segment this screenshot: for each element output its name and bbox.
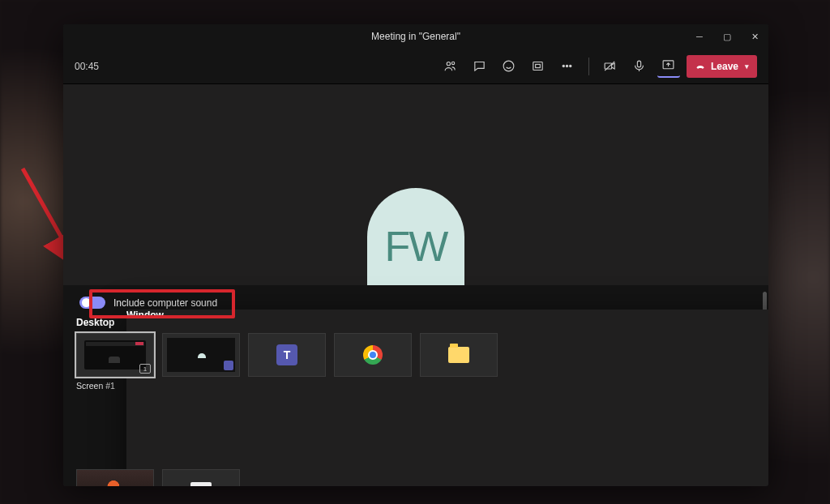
meeting-toolbar: 00:45 Leave ▾ xyxy=(63,49,768,84)
rooms-icon[interactable] xyxy=(527,55,550,78)
teams-window: Meeting in "General" ─ ▢ ✕ 00:45 xyxy=(63,24,768,486)
share-option-window-programs[interactable]: Programs and Features xyxy=(162,469,240,486)
participants-icon[interactable] xyxy=(439,55,462,78)
meeting-stage: FW xyxy=(63,84,768,285)
teams-icon: T xyxy=(276,344,297,365)
camera-icon[interactable] xyxy=(599,55,622,78)
svg-point-2 xyxy=(452,62,455,64)
svg-rect-11 xyxy=(638,61,641,67)
share-option-screen-2[interactable]: 2 Screen #2 xyxy=(76,469,154,486)
share-icon[interactable] xyxy=(657,55,680,78)
leave-button[interactable]: Leave ▾ xyxy=(687,55,757,78)
leave-label: Leave xyxy=(711,61,738,72)
hangup-icon xyxy=(695,61,706,72)
svg-rect-4 xyxy=(533,62,542,70)
titlebar: Meeting in "General" ─ ▢ ✕ xyxy=(63,24,768,49)
programs-icon xyxy=(190,482,212,486)
mic-icon[interactable] xyxy=(628,55,651,78)
svg-rect-5 xyxy=(536,64,541,67)
toolbar-divider xyxy=(588,58,589,75)
avatar-initials: FW xyxy=(385,222,447,271)
window-maximize-button[interactable]: ▢ xyxy=(713,24,741,49)
participant-avatar: FW xyxy=(367,188,464,285)
more-actions-icon[interactable] xyxy=(556,55,579,78)
reactions-icon[interactable] xyxy=(498,55,520,78)
chevron-down-icon: ▾ xyxy=(745,62,749,70)
svg-point-7 xyxy=(567,65,568,66)
chat-icon[interactable] xyxy=(468,55,491,78)
svg-point-6 xyxy=(563,65,565,66)
window-title: Meeting in "General" xyxy=(371,31,460,42)
include-sound-label: Include computer sound xyxy=(113,297,217,309)
svg-point-3 xyxy=(504,61,515,71)
svg-point-1 xyxy=(447,62,451,66)
monitor-badge-icon: 1 xyxy=(139,364,151,374)
folder-icon xyxy=(448,347,469,363)
share-tray: Include computer sound Desktop Window Po… xyxy=(63,285,768,486)
svg-rect-9 xyxy=(605,63,613,69)
svg-point-8 xyxy=(570,65,571,66)
window-close-button[interactable]: ✕ xyxy=(741,24,768,49)
window-minimize-button[interactable]: ─ xyxy=(686,24,713,49)
meeting-timer: 00:45 xyxy=(75,61,99,72)
include-sound-toggle[interactable] xyxy=(79,297,105,309)
chrome-icon xyxy=(363,345,383,365)
